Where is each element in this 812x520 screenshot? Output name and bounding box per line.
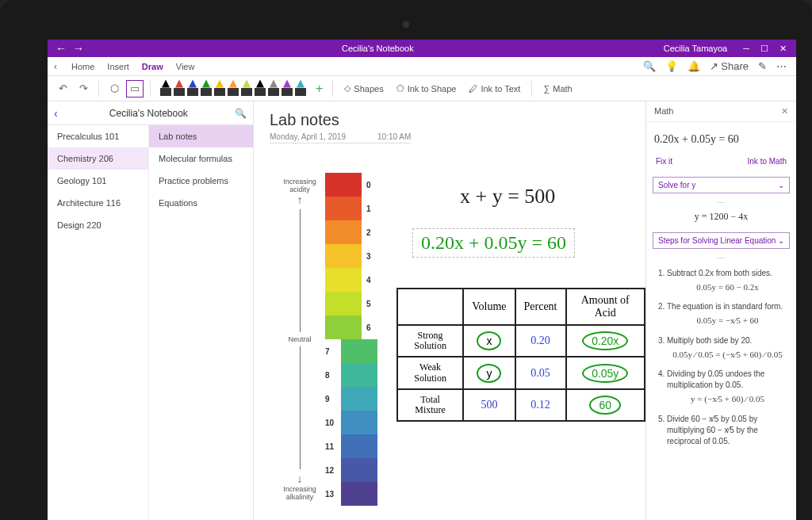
solution-steps: Subtract 0.2x from both sides.0.05y = 60… (646, 263, 796, 520)
nav-back[interactable]: ‹ (54, 107, 63, 120)
close-icon[interactable]: ✕ (779, 44, 787, 54)
pen-black[interactable] (160, 80, 171, 98)
math-pane-title: Math (654, 106, 673, 117)
draw-toolbar: ↶ ↷ ⬡ ▭ + ◇ Shapes ⬠ Ink to Shape 🖊 Ink … (48, 76, 796, 101)
pen-gray[interactable] (268, 80, 279, 98)
math-button[interactable]: ∑ Math (538, 84, 576, 94)
ribbon-tabs: ‹ Home Insert Draw View 🔍 💡 🔔 ↗ Share ✎ … (48, 57, 796, 76)
ph-row: 1 (325, 197, 377, 220)
page-canvas[interactable]: Lab notes Monday, April 1, 2019 10:10 AM… (254, 101, 645, 520)
pen-lime[interactable] (241, 80, 252, 98)
lightbulb-icon[interactable]: 💡 (665, 60, 678, 72)
pen-yellow[interactable] (214, 80, 225, 98)
title-bar: ← → Cecilia's Notebook Cecilia Tamayoa ─… (48, 40, 796, 57)
page-molecular[interactable]: Molecular formulas (149, 147, 253, 170)
nav-search-icon[interactable]: 🔍 (235, 108, 247, 119)
pen-black2[interactable] (255, 80, 266, 98)
user-name[interactable]: Cecilia Tamayoa (664, 44, 734, 53)
ph-label-acid: Increasing acidity (278, 178, 322, 193)
ink-equation-1[interactable]: x + y = 500 (460, 185, 555, 208)
pen-blue[interactable] (187, 80, 198, 98)
step-item: Dividing by 0.05 undoes the multiplicati… (667, 369, 788, 405)
section-list: Precalculus 101 Chemistry 206 Geology 10… (48, 125, 149, 520)
tab-home[interactable]: Home (70, 59, 96, 75)
ph-row: 10 (325, 411, 377, 434)
ph-row: 7 (325, 339, 377, 363)
ph-row: 3 (325, 244, 377, 268)
ink-equation-2-selected[interactable]: 0.20x + 0.05y = 60 (412, 228, 575, 258)
page-lab-notes[interactable]: Lab notes (149, 125, 253, 147)
more-icon[interactable]: ⋯ (776, 60, 787, 72)
nav-back-icon[interactable]: ← (56, 42, 67, 55)
math-result: y = 1200 − 4x (646, 208, 796, 229)
ph-row: 9 (325, 387, 377, 411)
tab-insert[interactable]: Insert (105, 59, 131, 75)
chevron-down-icon: ⌄ (778, 181, 784, 189)
ph-label-neutral: Neutral (288, 335, 311, 343)
math-equation: 0.20x + 0.05y = 60 (646, 122, 796, 157)
pen-teal[interactable] (295, 80, 306, 98)
step-item: Subtract 0.2x from both sides.0.05y = 60… (667, 268, 788, 293)
notebook-name[interactable]: Cecilia's Notebook (63, 108, 235, 119)
ph-row: 6 (325, 315, 377, 339)
minimize-icon[interactable]: ─ (743, 44, 749, 54)
search-icon[interactable]: 🔍 (643, 60, 656, 72)
navigation-pane: ‹ Cecilia's Notebook 🔍 Precalculus 101 C… (48, 101, 254, 520)
chevron-down-icon: ⌄ (778, 236, 784, 245)
tab-view[interactable]: View (174, 59, 197, 75)
ph-row: 12 (325, 458, 377, 482)
ph-row: 13 (325, 482, 377, 506)
math-close-icon[interactable]: ✕ (781, 106, 788, 117)
add-pen-icon[interactable]: + (312, 82, 326, 96)
ph-row: 5 (325, 292, 377, 315)
math-pane: Math ✕ 0.20x + 0.05y = 60 Fix it Ink to … (645, 101, 796, 520)
ribbon-chevron-icon[interactable]: ‹ (54, 61, 60, 72)
selection-tool[interactable]: ▭ (126, 80, 144, 98)
window-title: Cecilia's Notebook (92, 44, 664, 53)
ph-row: 2 (325, 220, 377, 244)
acid-table[interactable]: Volume Percent Amount of Acid Strong Sol… (396, 288, 645, 422)
pen-purple[interactable] (282, 80, 293, 98)
step-item: Multiply both side by 20.0.05y ⁄ 0.05 = … (667, 335, 788, 361)
section-chemistry[interactable]: Chemistry 206 (48, 147, 148, 170)
ph-row: 11 (325, 434, 377, 458)
pen-green[interactable] (201, 80, 212, 98)
page-date: Monday, April 1, 2019 (270, 132, 346, 141)
ph-row: 8 (325, 363, 377, 387)
ink-to-math-link[interactable]: Ink to Math (748, 157, 787, 166)
step-item: The equation is in standard form.0.05y =… (667, 301, 788, 327)
steps-dropdown[interactable]: Steps for Solving Linear Equation⌄ (653, 232, 790, 249)
section-architecture[interactable]: Architecture 116 (48, 192, 148, 214)
pen-mode-icon[interactable]: ✎ (758, 60, 767, 72)
shapes-button[interactable]: ◇ Shapes (339, 83, 388, 94)
ink-to-text-button[interactable]: 🖊 Ink to Text (464, 84, 525, 94)
pen-orange[interactable] (228, 80, 239, 98)
pen-gallery (157, 80, 309, 98)
ph-scale: Increasing acidity ↑ Neutral ↓ Increasin… (278, 173, 377, 506)
section-precalc[interactable]: Precalculus 101 (48, 125, 148, 147)
redo-icon[interactable]: ↷ (75, 80, 92, 98)
undo-icon[interactable]: ↶ (54, 80, 71, 98)
section-design[interactable]: Design 220 (48, 214, 148, 236)
page-list: Lab notes Molecular formulas Practice pr… (149, 125, 253, 520)
ink-to-shape-button[interactable]: ⬠ Ink to Shape (392, 83, 462, 94)
page-equations[interactable]: Equations (149, 192, 253, 214)
section-geology[interactable]: Geology 101 (48, 170, 148, 192)
tab-draw[interactable]: Draw (140, 59, 165, 75)
share-button[interactable]: ↗ Share (710, 60, 749, 72)
step-item: Divide 60 − x⁄5 by 0.05 by multiplying 6… (667, 414, 788, 447)
lasso-icon[interactable]: ⬡ (105, 80, 123, 98)
page-practice[interactable]: Practice problems (149, 170, 253, 192)
maximize-icon[interactable]: ☐ (760, 44, 768, 54)
ph-row: 4 (325, 268, 377, 292)
ph-label-alkaline: Increasing alkalinity (278, 485, 322, 501)
pen-red[interactable] (174, 80, 185, 98)
nav-forward-icon[interactable]: → (73, 42, 84, 55)
bell-icon[interactable]: 🔔 (688, 60, 700, 72)
page-time: 10:10 AM (377, 132, 411, 141)
solve-dropdown[interactable]: Solve for y⌄ (653, 177, 790, 193)
fix-it-link[interactable]: Fix it (656, 157, 672, 166)
ph-row: 0 (325, 173, 377, 197)
page-title[interactable]: Lab notes (270, 111, 630, 129)
